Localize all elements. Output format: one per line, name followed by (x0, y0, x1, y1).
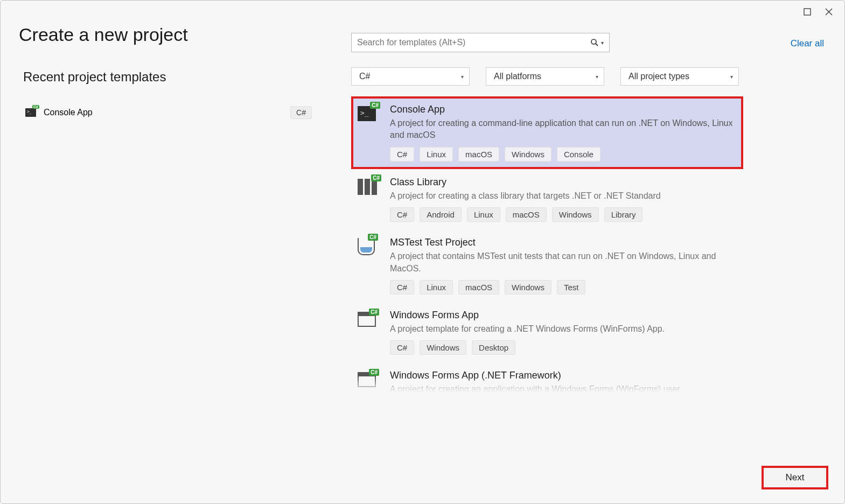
search-templates-input-wrap[interactable]: ▾ (351, 33, 610, 52)
template-item[interactable]: C#Class LibraryA project for creating a … (351, 169, 743, 229)
template-item[interactable]: C#Console AppA project for creating a co… (351, 96, 743, 169)
template-tag: Test (557, 280, 586, 295)
recent-templates-list: C# Console App C# (23, 102, 314, 123)
template-tag: C# (390, 147, 414, 162)
search-icon[interactable]: ▾ (590, 38, 609, 47)
recent-templates-heading: Recent project templates (23, 69, 166, 85)
template-tag: Windows (420, 340, 466, 355)
maximize-icon (804, 8, 811, 16)
chevron-down-icon: ▾ (461, 74, 464, 80)
filter-platform-value: All platforms (494, 72, 541, 81)
template-tag: Linux (420, 280, 453, 295)
recent-template-item[interactable]: C# Console App C# (23, 102, 314, 123)
filter-language-value: C# (359, 72, 370, 81)
svg-rect-0 (804, 9, 811, 15)
recent-template-name: Console App (44, 108, 93, 117)
console-icon: C# (358, 104, 379, 125)
template-tag: Windows (552, 207, 599, 222)
maximize-button[interactable] (801, 6, 813, 18)
template-list: C#Console AppA project for creating a co… (351, 96, 743, 393)
template-tag: macOS (506, 207, 547, 222)
test-icon: C# (358, 237, 379, 258)
filter-project-type-dropdown[interactable]: All project types ▾ (620, 67, 739, 86)
filter-language-dropdown[interactable]: C# ▾ (351, 67, 470, 86)
template-description: A project that contains MSTest unit test… (390, 250, 737, 275)
template-description: A project for creating a class library t… (390, 190, 737, 202)
chevron-down-icon: ▾ (730, 74, 733, 80)
svg-line-4 (596, 44, 598, 46)
template-description: A project for creating a command-line ap… (390, 117, 737, 142)
template-tag: Android (420, 207, 462, 222)
template-tag: Console (557, 147, 600, 162)
template-tag: Windows (505, 280, 551, 295)
svg-point-3 (591, 39, 596, 44)
search-templates-input[interactable] (352, 38, 590, 47)
template-title: Class Library (390, 177, 737, 188)
template-tags: C#AndroidLinuxmacOSWindowsLibrary (390, 207, 737, 222)
template-tag: C# (390, 340, 414, 355)
template-tag: Linux (467, 207, 500, 222)
winform-icon: C# (358, 370, 379, 391)
template-tag: macOS (458, 280, 499, 295)
template-item[interactable]: C#Windows Forms App (.NET Framework)A pr… (351, 362, 743, 393)
template-tag: Desktop (472, 340, 515, 355)
console-app-icon: C# (25, 108, 36, 117)
template-description: A project for creating an application wi… (390, 383, 737, 393)
template-tag: Linux (420, 147, 453, 162)
template-tag: C# (390, 280, 414, 295)
filter-platform-dropdown[interactable]: All platforms ▾ (486, 67, 604, 86)
filter-project-type-value: All project types (628, 72, 689, 81)
library-icon: C# (358, 177, 379, 198)
next-button[interactable]: Next (762, 466, 828, 489)
recent-template-language-badge: C# (290, 106, 312, 119)
clear-all-link[interactable]: Clear all (791, 38, 824, 49)
template-tag: Library (604, 207, 643, 222)
template-item[interactable]: C#Windows Forms AppA project template fo… (351, 302, 743, 362)
close-button[interactable] (823, 6, 835, 18)
template-tag: C# (390, 207, 414, 222)
template-title: Windows Forms App (.NET Framework) (390, 370, 737, 381)
next-button-label: Next (786, 472, 805, 483)
template-title: Windows Forms App (390, 310, 737, 321)
template-tag: Windows (505, 147, 551, 162)
close-icon (825, 8, 833, 16)
template-description: A project template for creating a .NET W… (390, 323, 737, 335)
chevron-down-icon: ▾ (596, 74, 598, 80)
winform-icon: C# (358, 310, 379, 331)
template-tag: macOS (458, 147, 499, 162)
template-title: Console App (390, 104, 737, 115)
template-tags: C#LinuxmacOSWindowsConsole (390, 147, 737, 162)
template-tags: C#WindowsDesktop (390, 340, 737, 355)
page-title: Create a new project (19, 24, 188, 45)
template-tags: C#LinuxmacOSWindowsTest (390, 280, 737, 295)
template-item[interactable]: C#MSTest Test ProjectA project that cont… (351, 229, 743, 302)
chevron-down-icon: ▾ (601, 40, 604, 46)
template-title: MSTest Test Project (390, 237, 737, 248)
